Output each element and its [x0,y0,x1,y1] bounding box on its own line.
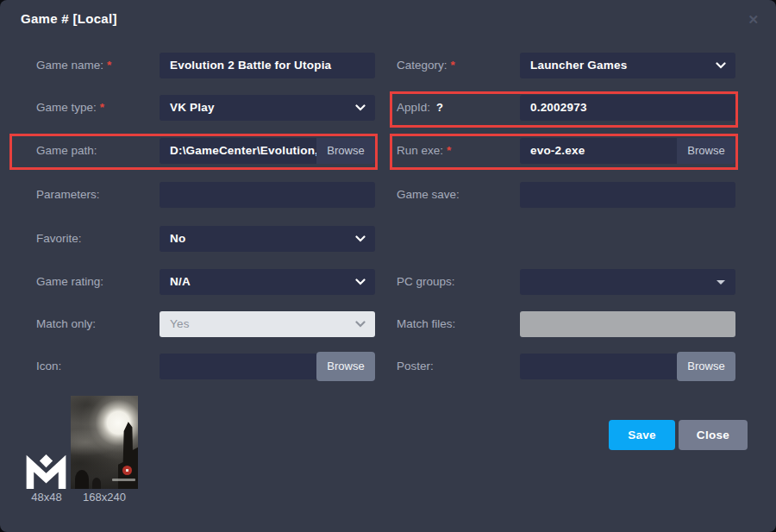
favorite-label: Favorite: [36,226,82,252]
triangle-down-icon [717,280,725,285]
parameters-input[interactable] [160,182,375,208]
run-exe-field: evo-2.exe Browse [520,138,735,164]
row-match-only-match-files: Match only: Yes Match files: [0,311,776,337]
favorite-select[interactable]: No [160,226,375,252]
pc-groups-label: PC groups: [397,269,455,295]
pc-groups-select[interactable] [520,269,735,295]
appid-label: AppId:? [397,95,443,121]
game-type-select[interactable]: VK Play [160,95,375,121]
poster-dome-silhouette [92,478,101,489]
icon-field: Browse [160,354,375,379]
game-type-label: Game type:* [36,95,104,121]
poster-input[interactable] [520,354,677,379]
required-asterisk: * [447,144,451,157]
poster-browse-button[interactable]: Browse [677,352,735,381]
run-exe-input[interactable]: evo-2.exe [520,138,677,164]
close-button[interactable]: Close [679,420,748,450]
match-files-input-disabled [520,311,735,337]
row-game-type-appid: Game type:* VK Play AppId:? 0.2002973 [0,95,776,121]
appid-input[interactable]: 0.2002973 [520,95,735,121]
row-game-path-run-exe: Game path: D:\GameCenter\Evolution, Brow… [0,138,776,164]
required-asterisk: * [107,59,111,72]
row-game-rating-pc-groups: Game rating: N/A PC groups: [0,269,776,295]
game-edit-dialog: Game # [Local] ✕ Game name:* Evolution 2… [0,0,776,532]
game-rating-label: Game rating: [36,269,103,295]
icon-input[interactable] [160,354,316,379]
chevron-down-icon [355,321,366,328]
category-label: Category:* [397,53,455,78]
game-rating-select[interactable]: N/A [160,269,375,295]
game-save-label: Game save: [397,182,460,208]
game-path-field: D:\GameCenter\Evolution, Browse [160,138,375,164]
poster-field: Browse [520,354,735,379]
match-only-select-disabled: Yes [160,311,375,337]
chevron-down-icon [716,62,726,69]
row-favorite: Favorite: No [0,226,776,252]
game-path-browse-button[interactable]: Browse [316,138,375,164]
poster-watermark-logo [122,466,132,475]
run-exe-label: Run exe:* [397,138,451,164]
parameters-label: Parameters: [36,182,100,208]
match-only-label: Match only: [36,311,96,337]
chevron-down-icon [355,279,366,285]
poster-label: Poster: [397,354,434,379]
game-save-input[interactable] [520,182,735,208]
game-path-label: Game path: [36,138,97,164]
game-path-input[interactable]: D:\GameCenter\Evolution, [160,138,316,164]
poster-dome-silhouette [75,470,89,489]
required-asterisk: * [451,59,455,72]
category-select[interactable]: Launcher Games [520,53,735,78]
chevron-down-icon [355,104,366,111]
save-button[interactable]: Save [609,420,675,450]
match-files-label: Match files: [397,311,455,337]
game-name-input[interactable]: Evolution 2 Battle for Utopia [160,53,375,78]
close-icon[interactable]: ✕ [748,13,759,26]
row-game-name-category: Game name:* Evolution 2 Battle for Utopi… [0,53,776,78]
row-parameters-game-save: Parameters: Game save: [0,182,776,208]
icon-label: Icon: [36,354,61,379]
run-exe-browse-button[interactable]: Browse [677,138,735,164]
game-icon-preview [26,454,66,489]
dialog-title: Game # [Local] [21,11,117,26]
poster-watermark-text [112,479,135,481]
game-name-label: Game name:* [36,53,111,78]
icon-browse-button[interactable]: Browse [316,352,375,381]
help-icon[interactable]: ? [436,101,443,114]
poster-size-label: 168x240 [73,491,135,504]
game-poster-preview [71,396,138,489]
row-icon-poster: Icon: Browse Poster: Browse [0,354,776,379]
icon-size-label: 48x48 [22,491,71,504]
required-asterisk: * [100,101,104,114]
chevron-down-icon [355,235,366,242]
